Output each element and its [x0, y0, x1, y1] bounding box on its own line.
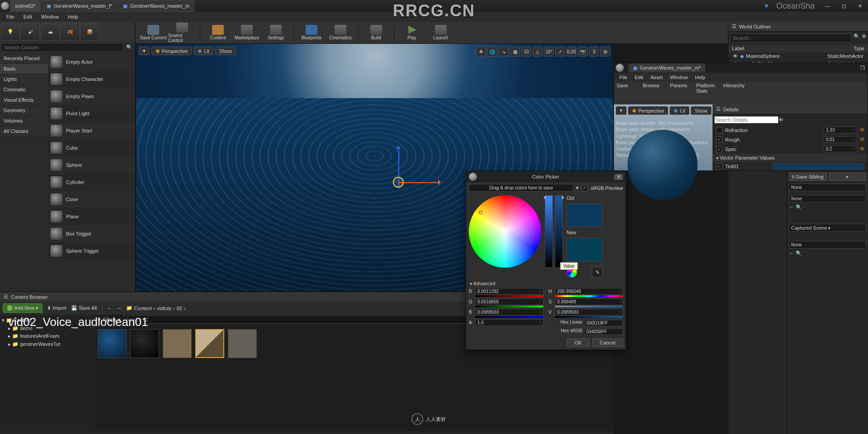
item-sphere[interactable]: Sphere [48, 156, 135, 174]
paint-mode-icon[interactable]: 🖌 [21, 23, 40, 41]
launch-button[interactable]: Launch [427, 22, 455, 43]
material-menu-window[interactable]: Window [666, 74, 691, 81]
captured-scene-dropdown[interactable]: Captured Scene ▾ [789, 224, 866, 232]
source-control-status-icon[interactable]: ⮟ [761, 0, 772, 12]
marketplace-button[interactable]: Marketplace [233, 22, 261, 43]
mat-lit-button[interactable]: ◉Lit [670, 106, 689, 115]
asset-thumbnail[interactable] [163, 329, 192, 358]
ok-button[interactable]: OK [567, 339, 590, 347]
settings-button[interactable]: Settings [262, 22, 290, 43]
color-wheel[interactable] [469, 195, 541, 268]
maximize-button[interactable]: ◻ [835, 0, 852, 12]
save-sibling-button[interactable]: ⎘ Save Sibling [789, 173, 827, 181]
menu-help[interactable]: Help [63, 13, 83, 21]
item-point-light[interactable]: Point Light [48, 105, 135, 122]
cancel-button[interactable]: Cancel [592, 339, 623, 347]
find-asset-icon[interactable]: 🔍 [796, 250, 802, 256]
color-dropdown-icon[interactable]: ▾ [576, 185, 579, 191]
hex-srgb-field[interactable]: 034058FF [584, 328, 623, 335]
search-icon[interactable]: 🔍 [125, 43, 134, 52]
item-empty-pawn[interactable]: Empty Pawn [48, 88, 135, 105]
cat-geometry[interactable]: Geometry [0, 105, 48, 116]
mat-show-button[interactable]: Show [691, 106, 712, 115]
browse-asset-icon[interactable]: ← [789, 250, 794, 256]
asset-thumbnail[interactable] [195, 329, 224, 358]
col-label[interactable]: Label [732, 46, 854, 51]
asset-thumbnail[interactable] [228, 329, 257, 358]
material-hierarchy-button[interactable]: Hierarchy [723, 83, 749, 104]
item-cylinder[interactable]: Cylinder [48, 174, 135, 191]
find-asset-icon[interactable]: 🔍 [796, 204, 802, 210]
material-menu-edit[interactable]: Edit [631, 74, 647, 81]
save-all-button[interactable]: 💾 Save All [71, 305, 97, 311]
cat-basic[interactable]: Basic [0, 64, 48, 74]
import-button[interactable]: ⬇ Import [47, 305, 66, 311]
add-new-button[interactable]: 🟢 Add New ▾ [3, 303, 42, 313]
section-vector-params[interactable]: ▾ Vector Parameter Values [712, 154, 868, 162]
editor-tab-scene[interactable]: scene02* [10, 0, 41, 12]
angle-snap-value[interactable]: 10° [544, 47, 554, 57]
outliner-row[interactable]: 👁◆MaterialSphereStaticMeshActor [728, 52, 868, 60]
item-box-trigger[interactable]: Box Trigger [48, 225, 135, 242]
material-platform-stats-button[interactable]: Platform Stats [696, 83, 722, 104]
phys-material-none[interactable]: None [789, 195, 866, 203]
value-bar[interactable] [555, 195, 563, 268]
advanced-section[interactable]: ▾ Advanced [466, 279, 626, 288]
history-forward-icon[interactable]: → [117, 306, 122, 311]
material-tab[interactable]: ▣GerstnerWaves_master_m* [628, 64, 705, 72]
refraction-value[interactable]: 1.33 [824, 127, 857, 133]
cinematics-button[interactable]: Cinematics [326, 22, 354, 43]
minimize-button[interactable]: — [819, 0, 835, 12]
saturation-bar[interactable] [545, 195, 553, 268]
material-menu-file[interactable]: File [616, 74, 631, 81]
translate-gizmo-x[interactable] [398, 182, 439, 183]
cat-lights[interactable]: Lights [0, 74, 48, 85]
coordinate-space-icon[interactable]: 🌐 [487, 47, 497, 57]
material-preview-viewport[interactable]: ▾ ◉Perspective ◉Lit Show Base pass shade… [614, 104, 712, 170]
scale-snap-icon[interactable]: ⤢ [555, 47, 565, 57]
material-menu-help[interactable]: Help [691, 74, 709, 81]
spec-value[interactable]: 0.2 [824, 146, 857, 152]
col-type[interactable]: Type [854, 46, 864, 51]
item-sphere-trigger[interactable]: Sphere Trigger [48, 242, 135, 259]
material-browse-button[interactable]: Browse [643, 83, 668, 104]
tint-color-swatch[interactable] [773, 163, 864, 170]
save-current-button[interactable]: Save Current [139, 22, 167, 43]
parent-none[interactable]: None [789, 184, 866, 191]
cat-visual-effects[interactable]: Visual Effects [0, 95, 48, 105]
blueprints-button[interactable]: Blueprints [297, 22, 326, 43]
v-field[interactable]: 0.0989583 [555, 309, 623, 316]
maximize-viewport-icon[interactable]: ⊞ [600, 47, 610, 57]
build-button[interactable]: Build [362, 22, 390, 43]
texture-none[interactable]: None [789, 241, 866, 249]
menu-file[interactable]: File [2, 13, 19, 21]
details-search-input[interactable] [714, 116, 778, 123]
g-field[interactable]: 0.0516855 [475, 298, 543, 305]
rough-value[interactable]: 0.01 [824, 136, 857, 143]
content-button[interactable]: Content [204, 22, 232, 43]
material-menu-asset[interactable]: Asset [647, 74, 667, 81]
viewport-perspective-button[interactable]: ◉Perspective [151, 47, 192, 55]
details-view-icon[interactable]: 👁 [778, 117, 783, 123]
s-field[interactable]: 0.988488 [555, 298, 623, 305]
close-button[interactable]: ✕ [852, 0, 868, 12]
grid-snap-icon[interactable]: ▦ [510, 47, 520, 57]
menu-edit[interactable]: Edit [19, 13, 37, 21]
history-back-icon[interactable]: ← [107, 306, 112, 311]
place-mode-icon[interactable]: 💡 [1, 23, 20, 41]
transform-gizmo-icon[interactable]: ✥ [476, 47, 486, 57]
scale-snap-value[interactable]: 0.25 [566, 47, 576, 57]
search-classes-input[interactable] [1, 43, 123, 52]
save-sibling-extra-icon[interactable]: ▸ [829, 173, 867, 181]
material-save-button[interactable]: Save [617, 83, 642, 104]
breadcrumb-item[interactable]: Content [134, 306, 152, 311]
mat-viewport-options[interactable]: ▾ [616, 106, 627, 115]
spec-checkbox[interactable]: ✓ [716, 146, 722, 152]
item-cone[interactable]: Cone [48, 191, 135, 208]
item-plane[interactable]: Plane [48, 208, 135, 225]
mesh-paint-mode-icon[interactable]: 📦 [80, 23, 99, 41]
grid-snap-value[interactable]: 10 [521, 47, 531, 57]
item-cube[interactable]: Cube [48, 139, 135, 156]
landscape-mode-icon[interactable]: ⛰ [41, 23, 60, 41]
cat-cinematic[interactable]: Cinematic [0, 85, 48, 95]
